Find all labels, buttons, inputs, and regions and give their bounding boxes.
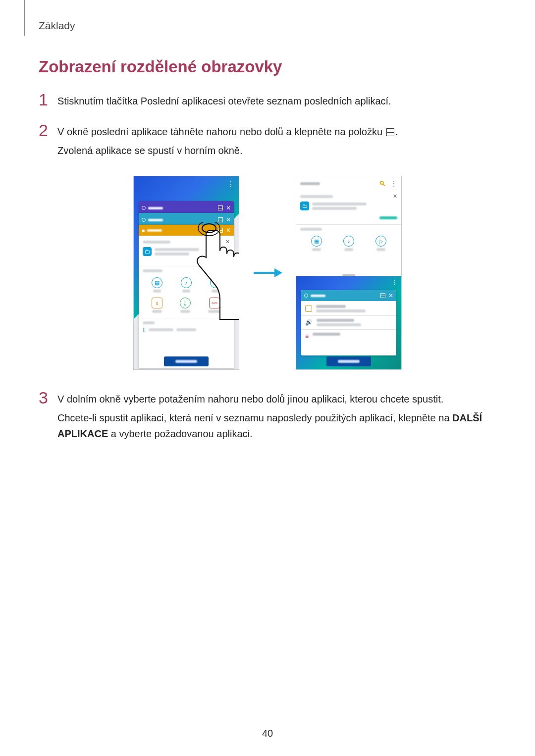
steps-list: 1 Stisknutím tlačítka Poslední aplikaces… bbox=[39, 91, 496, 161]
download-category-icon: ⭳ bbox=[180, 298, 191, 308]
recent-app-card: ✕ 🔊 bbox=[301, 290, 396, 355]
blurred-label bbox=[338, 360, 360, 363]
split-icon bbox=[218, 205, 223, 210]
folder-badge-icon: 🗀 bbox=[300, 202, 309, 210]
step-2-line1a: V okně poslední aplikace táhněte nahoru … bbox=[57, 126, 385, 137]
step-number: 1 bbox=[39, 91, 51, 108]
page-number: 40 bbox=[0, 728, 535, 739]
blurred-label bbox=[379, 216, 397, 219]
close-icon: ✕ bbox=[393, 193, 397, 200]
blurred-label bbox=[143, 321, 155, 324]
close-icon: ✕ bbox=[226, 204, 231, 211]
recent-app-header: ✕ bbox=[301, 290, 396, 301]
blurred-label bbox=[148, 207, 163, 209]
category-icon-row: ▦ ♪ ▷ bbox=[300, 236, 397, 251]
steps-list-continued: 3 V dolním okně vyberte potažením nahoru… bbox=[39, 389, 496, 445]
phone-storage-icon: ▯ bbox=[143, 326, 146, 333]
arrow-right-icon bbox=[253, 267, 282, 279]
blurred-label bbox=[316, 309, 366, 312]
image-category-icon: ▦ bbox=[311, 236, 322, 247]
blurred-label bbox=[312, 202, 367, 205]
step-3-line2: Chcete-li spustit aplikaci, která není v… bbox=[57, 410, 496, 442]
document-category-icon: ▯ bbox=[152, 298, 162, 308]
blurred-label bbox=[316, 305, 346, 308]
blurred-label bbox=[300, 228, 322, 231]
svg-marker-3 bbox=[274, 268, 282, 277]
blurred-label bbox=[175, 360, 197, 363]
blurred-label bbox=[152, 310, 162, 313]
pointing-hand-illustration bbox=[192, 222, 239, 321]
blurred-label bbox=[153, 290, 161, 293]
blurred-label bbox=[376, 248, 385, 251]
app-circle-icon bbox=[142, 206, 146, 210]
instruction-figure: ⋮ ✕ ✕ ■ ✕ bbox=[39, 176, 496, 369]
blurred-label bbox=[317, 319, 354, 322]
more-icon: ⋮ bbox=[390, 180, 397, 188]
step-3: 3 V dolním okně vyberte potažením nahoru… bbox=[39, 389, 496, 445]
document-page: Základy Zobrazení rozdělené obrazovky 1 … bbox=[0, 0, 535, 445]
split-bottom-pane: ⋮ ✕ bbox=[296, 276, 401, 369]
app-circle-icon bbox=[142, 218, 146, 222]
step-2-line1: V okně poslední aplikace táhněte nahoru … bbox=[57, 124, 398, 140]
close-icon: ✕ bbox=[388, 292, 393, 299]
connections-icon bbox=[305, 305, 312, 312]
close-all-button bbox=[326, 356, 371, 366]
folder-icon: ■ bbox=[142, 228, 145, 233]
folder-badge-icon: 🗀 bbox=[143, 247, 152, 256]
blurred-label bbox=[147, 229, 162, 232]
step-1-text: Stisknutím tlačítka Poslední aplikacesi … bbox=[57, 93, 391, 109]
video-category-icon: ▷ bbox=[375, 236, 386, 247]
settings-row: ≡ bbox=[301, 330, 396, 343]
search-icon: 🔍︎ bbox=[379, 180, 386, 188]
blurred-label bbox=[313, 333, 340, 336]
split-icon bbox=[380, 293, 385, 298]
notifications-icon: ≡ bbox=[305, 333, 309, 340]
blurred-label bbox=[182, 290, 190, 293]
blurred-label bbox=[300, 195, 333, 198]
blurred-label bbox=[317, 323, 361, 326]
audio-category-icon: ♪ bbox=[343, 236, 354, 247]
more-icon: ⋮ bbox=[227, 179, 235, 189]
breadcrumb: Základy bbox=[39, 20, 496, 32]
blurred-label bbox=[143, 241, 170, 244]
sound-icon: 🔊 bbox=[305, 319, 313, 326]
step-2-line2: Zvolená aplikace se spustí v horním okně… bbox=[57, 143, 398, 158]
blurred-label bbox=[180, 310, 190, 313]
phone-split-screenshot: 🔍︎ ⋮ ✕ 🗀 bbox=[296, 176, 401, 369]
divider bbox=[296, 224, 401, 225]
step-3-line2b: a vyberte požadovanou aplikaci. bbox=[108, 428, 252, 439]
app-circle-icon bbox=[304, 294, 308, 298]
blurred-label bbox=[176, 328, 196, 331]
audio-category-icon: ♪ bbox=[181, 277, 192, 288]
step-text: V okně poslední aplikace táhněte nahoru … bbox=[57, 122, 398, 161]
step-number: 2 bbox=[39, 122, 51, 139]
step-3-line2a: Chcete-li spustit aplikaci, která není v… bbox=[57, 412, 452, 423]
split-top-pane: 🔍︎ ⋮ ✕ 🗀 bbox=[296, 176, 401, 274]
step-text: Stisknutím tlačítka Poslední aplikacesi … bbox=[57, 91, 391, 112]
step-number: 3 bbox=[39, 389, 51, 406]
blurred-label bbox=[148, 219, 163, 221]
settings-row bbox=[301, 302, 396, 315]
step-3-line1: V dolním okně vyberte potažením nahoru n… bbox=[57, 391, 496, 407]
step-2-line1b: . bbox=[395, 126, 398, 137]
close-all-button bbox=[164, 356, 209, 366]
more-icon: ⋮ bbox=[391, 278, 398, 286]
phone-recents-screenshot: ⋮ ✕ ✕ ■ ✕ bbox=[134, 176, 239, 369]
blurred-label bbox=[312, 207, 357, 210]
blurred-label bbox=[143, 269, 162, 272]
blurred-label bbox=[311, 295, 325, 297]
blurred-label bbox=[155, 252, 189, 255]
image-category-icon: ▦ bbox=[152, 277, 162, 288]
blurred-title bbox=[300, 182, 320, 185]
step-1: 1 Stisknutím tlačítka Poslední aplikaces… bbox=[39, 91, 496, 112]
section-title: Zobrazení rozdělené obrazovky bbox=[39, 57, 496, 76]
blurred-label bbox=[149, 328, 173, 331]
settings-row: 🔊 bbox=[301, 316, 396, 329]
blurred-label bbox=[312, 248, 321, 251]
step-2: 2 V okně poslední aplikace táhněte nahor… bbox=[39, 122, 496, 161]
split-screen-icon bbox=[386, 128, 394, 136]
page-top-rule bbox=[24, 0, 25, 36]
blurred-label bbox=[344, 248, 353, 251]
step-text: V dolním okně vyberte potažením nahoru n… bbox=[57, 389, 496, 445]
